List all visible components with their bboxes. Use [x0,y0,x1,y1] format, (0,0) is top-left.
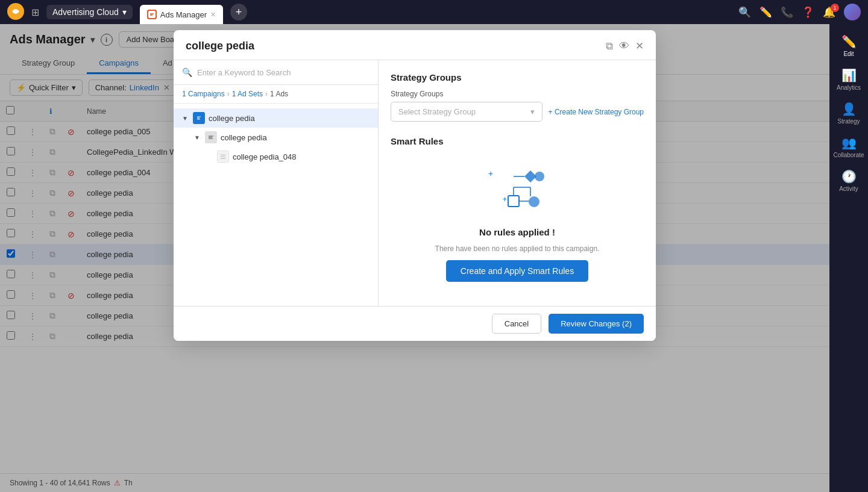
search-input[interactable] [197,68,370,77]
review-changes-button[interactable]: Review Changes (2) [549,314,644,334]
sidebar-item-label: Edit [843,51,854,57]
logo [7,3,24,22]
tab-label: Ads Manager [160,10,207,19]
edit-icon: ✏️ [841,34,857,49]
sidebar-item-edit[interactable]: ✏️ Edit [833,30,864,61]
notification-icon[interactable]: 🔔 1 [823,6,835,19]
right-sidebar: ✏️ Edit 📊 Analytics 👤 Strategy 👥 Collabo… [829,24,868,492]
new-tab-button[interactable]: + [230,4,247,20]
tree-caret-icon: ▼ [182,115,189,122]
search-box: 🔍 [174,60,378,85]
rules-graphic: + + [487,166,547,220]
svg-point-8 [535,172,544,181]
create-group-link[interactable]: + Create New Strategy Group [549,108,644,116]
cancel-button[interactable]: Cancel [492,314,541,334]
ads-manager-tab[interactable]: Ads Manager ✕ [140,5,223,24]
strategy-group-select[interactable]: Select Strategy Group ▾ [391,102,542,122]
campaign-tree: ▼ college pedia ✏️ ⋮ ▼ [174,104,378,306]
select-chevron-icon: ▾ [530,107,535,116]
preview-icon[interactable]: 👁 [619,40,629,52]
sidebar-item-analytics[interactable]: 📊 Analytics [833,64,864,95]
tree-caret-icon: ▼ [194,134,201,141]
modal-overlay: college pedia ⧉ 👁 ✕ 🔍 1 Campaigns › [0,24,829,492]
collaborate-icon: 👥 [841,135,857,150]
breadcrumb-adsets[interactable]: 1 Ad Sets [232,90,263,98]
strategy-group-label: Strategy Groups [391,90,644,98]
svg-text:+: + [503,195,507,204]
strategy-groups-title: Strategy Groups [391,72,644,83]
sidebar-item-activity[interactable]: 🕐 Activity [833,165,864,196]
tree-item-adset[interactable]: ▼ college pedia ✏️ [174,128,378,147]
grid-icon[interactable]: ⊞ [31,7,39,18]
notification-badge: 1 [831,4,839,12]
chevron-down-icon: ▾ [122,7,127,17]
breadcrumb-sep1: › [227,90,230,98]
tree-label-adset: college pedia [221,133,356,142]
tree-edit-icon[interactable]: ✏️ [348,114,358,123]
smart-rules-section: Smart Rules + [391,136,644,294]
phone-icon[interactable]: 📞 [781,6,793,19]
svg-rect-5 [221,154,225,157]
create-rules-button[interactable]: Create and Apply Smart Rules [446,260,588,282]
app-name[interactable]: Advertising Cloud ▾ [46,5,133,19]
split-view-icon[interactable]: ⧉ [606,40,613,52]
svg-rect-1 [148,11,156,18]
activity-icon: 🕐 [841,169,857,184]
breadcrumb-sep2: › [265,90,268,98]
modal-right-panel: Strategy Groups Strategy Groups Select S… [379,60,656,306]
select-group-row: Select Strategy Group ▾ + Create New Str… [391,102,644,122]
strategy-icon: 👤 [841,102,857,116]
no-rules-title: No rules applied ! [479,227,555,237]
smart-rules-title: Smart Rules [391,136,644,146]
close-icon[interactable]: ✕ [635,40,644,52]
campaign-modal: college pedia ⧉ 👁 ✕ 🔍 1 Campaigns › [174,30,656,341]
sidebar-item-label: Activity [839,185,858,192]
edit-icon[interactable]: ✏️ [760,6,772,19]
help-icon[interactable]: ❓ [802,6,814,19]
svg-rect-10 [508,196,519,207]
adset-icon [205,131,217,143]
search-icon[interactable]: 🔍 [738,6,751,19]
strategy-groups-section: Strategy Groups Strategy Groups Select S… [391,72,644,122]
modal-title: college pedia [186,40,254,52]
tab-icon [147,10,157,19]
topbar: ⊞ Advertising Cloud ▾ Ads Manager ✕ + 🔍 … [0,0,868,24]
sidebar-item-label: Analytics [837,84,861,91]
breadcrumb-ads: 1 Ads [270,90,288,98]
tab-close-icon[interactable]: ✕ [210,11,216,19]
sidebar-item-label: Collaborate [833,152,864,158]
modal-body: 🔍 1 Campaigns › 1 Ad Sets › 1 Ads ▼ [174,60,656,306]
modal-left-panel: 🔍 1 Campaigns › 1 Ad Sets › 1 Ads ▼ [174,60,379,306]
ad-icon [217,151,229,163]
smart-rules-empty-state: + + [391,154,644,294]
campaign-icon [193,112,205,124]
modal-header-icons: ⧉ 👁 ✕ [606,40,644,52]
svg-text:+: + [488,169,493,178]
analytics-icon: 📊 [841,68,857,83]
select-placeholder: Select Strategy Group [398,107,476,116]
tree-label-ad: college pedia_048 [233,152,370,161]
modal-header: college pedia ⧉ 👁 ✕ [174,30,656,60]
avatar[interactable] [844,4,861,20]
breadcrumbs: 1 Campaigns › 1 Ad Sets › 1 Ads [174,85,378,104]
sidebar-item-collaborate[interactable]: 👥 Collaborate [833,131,864,163]
tree-edit-icon[interactable]: ✏️ [360,133,370,142]
search-icon: 🔍 [182,67,192,77]
tree-item-campaign[interactable]: ▼ college pedia ✏️ ⋮ [174,108,378,128]
svg-point-11 [529,196,539,207]
breadcrumb-campaigns[interactable]: 1 Campaigns [182,90,225,98]
tree-more-icon[interactable]: ⋮ [362,114,370,123]
no-rules-subtitle: There have been no rules applied to this… [435,244,600,253]
sidebar-item-label: Strategy [837,118,860,125]
tree-label-campaign: college pedia [209,114,345,123]
modal-footer: Cancel Review Changes (2) [174,306,656,341]
sidebar-item-strategy[interactable]: 👤 Strategy [833,98,864,129]
tree-item-ad[interactable]: college pedia_048 [174,147,378,166]
